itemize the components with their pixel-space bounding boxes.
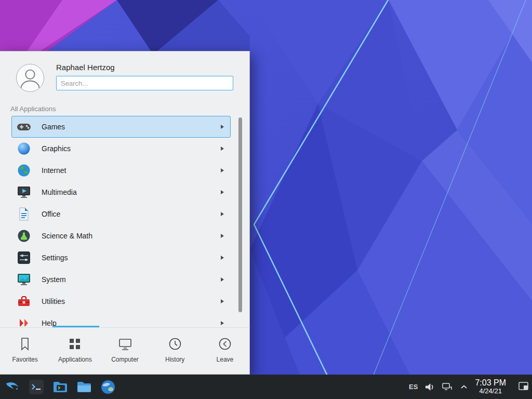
sliders-icon: [17, 250, 31, 265]
chevron-right-icon: [221, 212, 224, 216]
system-tray: ES 7:03 PM 4/24/21: [409, 375, 506, 399]
bookmark-icon: [17, 336, 33, 352]
category-row-internet[interactable]: Internet: [11, 159, 231, 181]
category-label: Internet: [42, 166, 66, 175]
section-label: All Applications: [10, 105, 56, 113]
taskbar-launchers: [0, 378, 116, 395]
application-launcher-menu: Raphael Hertzog All Applications Games: [0, 51, 250, 375]
tab-label: Applications: [58, 356, 92, 363]
category-row-office[interactable]: Office: [11, 203, 231, 225]
show-desktop-icon: [518, 381, 529, 392]
network-icon[interactable]: [442, 382, 453, 392]
clock-time: 7:03 PM: [475, 378, 506, 388]
user-avatar[interactable]: [16, 64, 44, 92]
category-list: Games Graphics: [0, 116, 250, 326]
category-row-help[interactable]: Help: [11, 312, 231, 326]
kali-launcher-icon[interactable]: [4, 378, 21, 395]
leave-icon: [217, 336, 233, 352]
folder-icon[interactable]: [75, 378, 92, 395]
tab-label: Computer: [111, 356, 139, 363]
tab-computer[interactable]: Computer: [100, 328, 150, 375]
grid-icon: [67, 336, 83, 352]
tab-label: History: [165, 356, 184, 363]
toolbox-icon: [17, 294, 31, 309]
tab-history[interactable]: History: [150, 328, 200, 375]
monitor-icon: [117, 336, 133, 352]
globe-icon: [17, 163, 31, 178]
clock-icon: [167, 336, 183, 352]
category-label: Science & Math: [42, 232, 92, 240]
category-label: Utilities: [42, 297, 65, 305]
tab-applications[interactable]: Applications: [50, 328, 100, 375]
show-desktop-button[interactable]: [518, 381, 529, 392]
category-row-utilities[interactable]: Utilities: [11, 290, 231, 312]
digital-clock[interactable]: 7:03 PM 4/24/21: [475, 378, 506, 395]
chevron-right-icon: [221, 256, 224, 260]
category-label: Games: [42, 123, 65, 131]
flask-icon: [17, 229, 31, 243]
category-label: Graphics: [42, 144, 71, 153]
category-label: Multimedia: [42, 188, 77, 196]
volume-icon[interactable]: [424, 382, 435, 392]
category-row-system[interactable]: System: [11, 269, 231, 290]
category-row-settings[interactable]: Settings: [11, 247, 231, 269]
category-row-graphics[interactable]: Graphics: [11, 138, 231, 159]
tab-favorites[interactable]: Favorites: [0, 328, 50, 375]
paint-sphere-icon: [17, 141, 31, 156]
folder-terminal-icon[interactable]: [51, 378, 69, 395]
category-label: System: [42, 275, 66, 284]
user-name: Raphael Hertzog: [56, 63, 115, 72]
taskbar: ES 7:03 PM 4/24/21: [0, 375, 532, 399]
help-icon: [17, 316, 31, 326]
terminal-tile-icon[interactable]: [28, 378, 45, 395]
clock-date: 4/24/21: [480, 388, 502, 395]
category-label: Help: [42, 319, 57, 326]
chevron-right-icon: [221, 147, 224, 151]
category-row-science[interactable]: Science & Math: [11, 225, 231, 247]
chevron-right-icon: [221, 168, 224, 172]
web-browser-icon[interactable]: [99, 378, 116, 395]
search-input[interactable]: [56, 76, 233, 90]
tab-label: Favorites: [12, 356, 37, 363]
gamepad-icon: [17, 119, 31, 134]
system-monitor-icon: [17, 272, 31, 287]
keyboard-layout-indicator[interactable]: ES: [409, 383, 418, 391]
tab-leave[interactable]: Leave: [200, 328, 250, 375]
category-row-games[interactable]: Games: [11, 116, 231, 138]
scrollbar-thumb[interactable]: [238, 117, 242, 312]
chevron-right-icon: [221, 125, 224, 129]
chevron-right-icon: [221, 234, 224, 238]
chevron-right-icon: [221, 190, 224, 194]
document-icon: [17, 207, 31, 221]
category-row-multimedia[interactable]: Multimedia: [11, 181, 231, 203]
chevron-right-icon: [221, 277, 224, 282]
category-label: Office: [42, 210, 60, 218]
person-icon: [17, 64, 44, 91]
category-label: Settings: [42, 254, 68, 262]
chevron-right-icon: [221, 299, 224, 303]
expand-tray-icon[interactable]: [460, 383, 468, 391]
tab-label: Leave: [217, 356, 234, 363]
media-player-icon: [17, 185, 31, 200]
launcher-footer: Favorites Applications Computer His: [0, 327, 250, 375]
chevron-right-icon: [221, 321, 224, 325]
